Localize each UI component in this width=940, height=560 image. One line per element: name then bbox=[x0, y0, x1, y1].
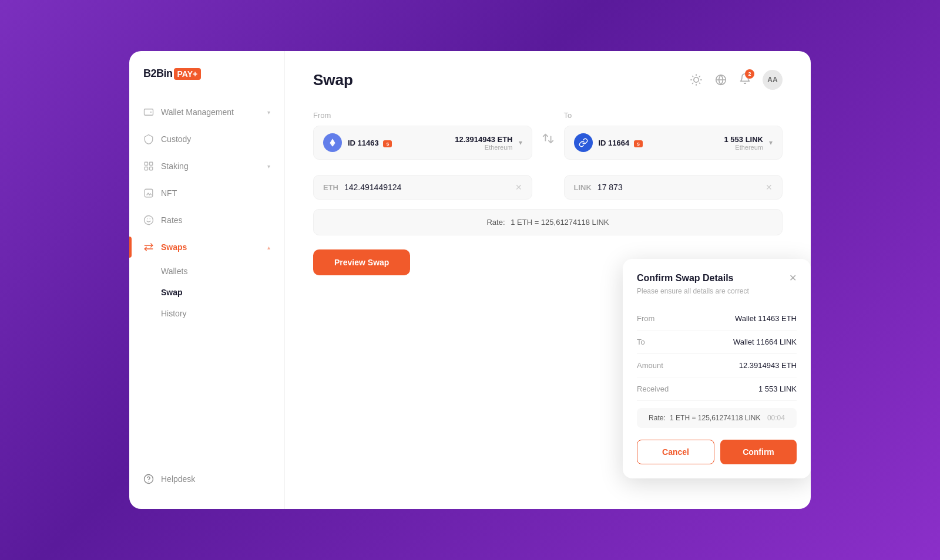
to-input-row: LINK ✕ bbox=[564, 175, 783, 200]
active-bar bbox=[129, 237, 132, 258]
chevron-up-icon: ▴ bbox=[267, 244, 270, 251]
sidebar-label-rates: Rates bbox=[161, 215, 183, 225]
theme-toggle-button[interactable] bbox=[690, 73, 703, 86]
to-token-amount-block: 1 553 LINK Ethereum bbox=[724, 135, 763, 151]
confirm-button[interactable]: Confirm bbox=[720, 440, 797, 464]
swaps-subnav: Wallets Swap History bbox=[129, 261, 284, 324]
to-input-section: LINK ✕ bbox=[564, 175, 783, 200]
main-content: Swap 2 AA From bbox=[285, 51, 811, 509]
to-token-selector[interactable]: ID 11664 s 1 553 LINK Ethereum ▾ bbox=[564, 126, 783, 160]
chevron-down-icon: ▾ bbox=[267, 109, 270, 116]
from-token-badge: s bbox=[383, 140, 392, 147]
modal-header: Confirm Swap Details ✕ bbox=[637, 273, 797, 284]
to-input-label: LINK bbox=[574, 183, 592, 192]
svg-line-19 bbox=[699, 76, 700, 77]
svg-line-14 bbox=[693, 76, 693, 77]
wallet-icon bbox=[143, 107, 154, 117]
sidebar-item-staking[interactable]: Staking ▾ bbox=[129, 153, 284, 180]
from-token-amount: 12.3914943 ETH bbox=[455, 135, 512, 144]
svg-line-15 bbox=[699, 83, 700, 83]
modal-rate-label: Rate: bbox=[649, 414, 666, 422]
subnav-item-history[interactable]: History bbox=[161, 303, 284, 324]
from-token-icon bbox=[323, 133, 342, 152]
svg-point-6 bbox=[145, 216, 153, 225]
sidebar-item-rates[interactable]: Rates bbox=[129, 207, 284, 234]
modal-amount-value: 12.3914943 ETH bbox=[739, 361, 797, 370]
svg-line-18 bbox=[693, 83, 693, 83]
modal-to-value: Wallet 11664 LINK bbox=[733, 338, 797, 346]
modal-close-button[interactable]: ✕ bbox=[789, 274, 797, 283]
modal-subtitle: Please ensure all details are correct bbox=[637, 287, 797, 295]
rates-icon bbox=[143, 215, 154, 225]
helpdesk-icon bbox=[143, 474, 154, 484]
page-title: Swap bbox=[313, 71, 353, 89]
avatar[interactable]: AA bbox=[763, 70, 783, 90]
sidebar-label-staking: Staking bbox=[161, 161, 189, 171]
notifications-button[interactable]: 2 bbox=[739, 73, 751, 87]
to-token-network: Ethereum bbox=[724, 144, 763, 151]
page-header: Swap 2 AA bbox=[313, 70, 783, 90]
to-section: To ID 11664 s 1 553 LINK bbox=[564, 111, 783, 166]
header-actions: 2 AA bbox=[690, 70, 783, 90]
custody-icon bbox=[143, 134, 154, 144]
modal-received-value: 1 553 LINK bbox=[758, 384, 797, 393]
sidebar-item-wallet-management[interactable]: Wallet Management ▾ bbox=[129, 99, 284, 126]
from-clear-button[interactable]: ✕ bbox=[515, 183, 522, 192]
svg-point-11 bbox=[694, 77, 699, 82]
notification-badge: 2 bbox=[745, 69, 754, 79]
sidebar-item-custody[interactable]: Custody bbox=[129, 126, 284, 153]
modal-rate-timer: 00:04 bbox=[767, 414, 785, 422]
subnav-item-swap[interactable]: Swap bbox=[161, 282, 284, 303]
to-token-icon bbox=[574, 133, 593, 152]
rate-label: Rate: bbox=[486, 218, 505, 227]
swap-arrow-button[interactable] bbox=[532, 111, 564, 145]
from-token-chevron-icon: ▾ bbox=[519, 139, 522, 147]
globe-icon bbox=[715, 74, 727, 86]
modal-actions: Cancel Confirm bbox=[637, 440, 797, 464]
swap-input-row: ETH ✕ LINK ✕ bbox=[313, 175, 783, 200]
svg-rect-4 bbox=[150, 167, 153, 170]
modal-row-from: From Wallet 11463 ETH bbox=[637, 307, 797, 330]
sidebar-helpdesk[interactable]: Helpdesk bbox=[129, 465, 284, 492]
sidebar-item-swaps[interactable]: Swaps ▴ bbox=[129, 234, 284, 261]
modal-to-label: To bbox=[637, 338, 645, 346]
logo-b2bin-text: B2Bin bbox=[143, 68, 173, 80]
logo-pay-text: PAY+ bbox=[174, 68, 202, 80]
preview-swap-button[interactable]: Preview Swap bbox=[313, 249, 410, 275]
swap-form: From ID 11463 s 12.3914943 ETH bbox=[313, 111, 783, 275]
from-input-section: ETH ✕ bbox=[313, 175, 532, 200]
rate-display: Rate: 1 ETH = 125,61274118 LINK bbox=[313, 209, 783, 235]
swap-token-row: From ID 11463 s 12.3914943 ETH bbox=[313, 111, 783, 166]
to-amount-input[interactable] bbox=[597, 183, 760, 192]
logo: B2Bin PAY+ bbox=[129, 68, 284, 99]
from-section: From ID 11463 s 12.3914943 ETH bbox=[313, 111, 532, 166]
helpdesk-label: Helpdesk bbox=[161, 474, 195, 484]
modal-from-value: Wallet 11463 ETH bbox=[735, 314, 797, 323]
cancel-button[interactable]: Cancel bbox=[637, 440, 714, 464]
from-token-selector[interactable]: ID 11463 s 12.3914943 ETH Ethereum ▾ bbox=[313, 126, 532, 160]
sidebar-label-swaps: Swaps bbox=[161, 242, 187, 252]
svg-point-9 bbox=[145, 475, 153, 484]
to-token-id: ID 11664 s bbox=[599, 139, 643, 147]
modal-amount-label: Amount bbox=[637, 361, 663, 370]
svg-rect-1 bbox=[145, 162, 147, 165]
sidebar-item-nft[interactable]: NFT bbox=[129, 180, 284, 207]
svg-marker-22 bbox=[330, 139, 335, 144]
to-token-badge: s bbox=[634, 140, 643, 147]
sun-icon bbox=[690, 74, 702, 86]
svg-rect-0 bbox=[145, 109, 153, 116]
swap-arrows-icon bbox=[542, 132, 555, 145]
from-input-label: ETH bbox=[323, 183, 338, 192]
modal-row-amount: Amount 12.3914943 ETH bbox=[637, 354, 797, 377]
to-token-info: ID 11664 s bbox=[599, 137, 719, 148]
modal-row-received: Received 1 553 LINK bbox=[637, 377, 797, 401]
language-button[interactable] bbox=[714, 73, 727, 86]
sidebar-label-nft: NFT bbox=[161, 188, 177, 198]
to-clear-button[interactable]: ✕ bbox=[766, 183, 773, 192]
nft-icon bbox=[143, 188, 154, 198]
modal-received-label: Received bbox=[637, 384, 669, 393]
sidebar: B2Bin PAY+ Wallet Management ▾ Custody S… bbox=[129, 51, 285, 509]
subnav-item-wallets[interactable]: Wallets bbox=[161, 261, 284, 282]
from-label: From bbox=[313, 111, 532, 120]
from-amount-input[interactable] bbox=[344, 183, 509, 192]
